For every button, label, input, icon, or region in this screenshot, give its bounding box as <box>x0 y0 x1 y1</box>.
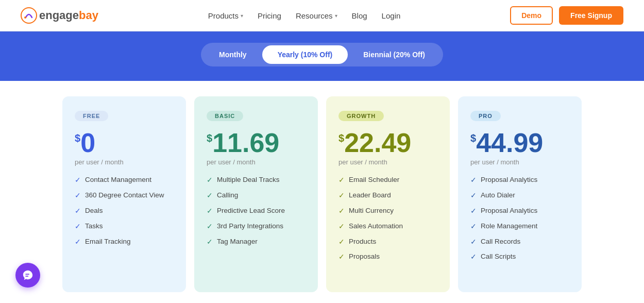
list-item: ✓Deals <box>75 206 174 216</box>
list-item: ✓Tag Manager <box>207 237 306 247</box>
list-item: ✓Email Tracking <box>75 237 174 247</box>
chevron-down-icon: ▾ <box>241 13 243 19</box>
main-nav: Products ▾ Pricing Resources ▾ Blog Logi… <box>208 11 401 20</box>
list-item: ✓3rd Party Integrations <box>207 222 306 232</box>
check-icon: ✓ <box>470 207 477 216</box>
price-amount-basic: 11.69 <box>212 129 279 156</box>
logo-icon <box>21 7 37 24</box>
feature-list-growth: ✓Email Scheduler ✓Leader Board ✓Multi Cu… <box>338 175 437 262</box>
price-period-free: per user / month <box>75 158 174 166</box>
price-period-growth: per user / month <box>338 158 437 166</box>
price-growth: $ 22.49 <box>338 129 437 156</box>
chevron-down-icon: ▾ <box>335 13 337 19</box>
price-period-basic: per user / month <box>207 158 306 166</box>
list-item: ✓360 Degree Contact View <box>75 191 174 201</box>
check-icon: ✓ <box>338 207 345 216</box>
nav-login[interactable]: Login <box>382 11 401 20</box>
nav-pricing[interactable]: Pricing <box>258 11 281 20</box>
header: engagebay Products ▾ Pricing Resources ▾… <box>0 0 644 31</box>
list-item: ✓Call Scripts <box>470 252 569 262</box>
plan-badge-free: FREE <box>75 111 108 121</box>
plan-badge-pro: PRO <box>470 111 501 121</box>
plan-card-free: FREE $ 0 per user / month ✓Contact Manag… <box>62 96 186 292</box>
price-symbol-growth: $ <box>338 132 344 144</box>
check-icon: ✓ <box>207 222 213 232</box>
pricing-section: FREE $ 0 per user / month ✓Contact Manag… <box>0 81 644 302</box>
billing-bar: Monthly Yearly (10% Off) Biennial (20% O… <box>0 31 644 81</box>
check-icon: ✓ <box>470 191 477 201</box>
check-icon: ✓ <box>207 207 213 216</box>
plan-card-basic: BASIC $ 11.69 per user / month ✓Multiple… <box>194 96 318 292</box>
nav-blog[interactable]: Blog <box>352 11 367 20</box>
check-icon: ✓ <box>207 238 213 247</box>
logo-bay-text: bay <box>79 9 98 22</box>
list-item: ✓Proposal Analytics <box>470 175 569 186</box>
check-icon: ✓ <box>338 222 345 232</box>
check-icon: ✓ <box>75 207 81 216</box>
logo[interactable]: engagebay <box>21 7 98 24</box>
toggle-monthly[interactable]: Monthly <box>204 45 262 64</box>
list-item: ✓Tasks <box>75 222 174 232</box>
list-item: ✓Email Scheduler <box>338 175 437 186</box>
svg-point-1 <box>24 16 26 19</box>
billing-toggle: Monthly Yearly (10% Off) Biennial (20% O… <box>201 43 443 66</box>
price-basic: $ 11.69 <box>207 129 306 156</box>
check-icon: ✓ <box>470 222 477 232</box>
plan-card-pro: PRO $ 44.99 per user / month ✓Proposal A… <box>458 96 582 292</box>
price-symbol-basic: $ <box>207 132 212 144</box>
header-actions: Demo Free Signup <box>510 6 623 25</box>
list-item: ✓Calling <box>207 191 306 201</box>
check-icon: ✓ <box>75 176 81 186</box>
check-icon: ✓ <box>338 176 345 186</box>
list-item: ✓Sales Automation <box>338 222 437 232</box>
list-item: ✓Contact Management <box>75 175 174 186</box>
check-icon: ✓ <box>207 176 213 186</box>
price-pro: $ 44.99 <box>470 129 569 156</box>
chat-icon <box>22 270 33 281</box>
nav-resources[interactable]: Resources ▾ <box>296 11 337 20</box>
price-symbol-pro: $ <box>470 132 476 144</box>
check-icon: ✓ <box>75 222 81 232</box>
free-signup-button[interactable]: Free Signup <box>559 6 623 25</box>
price-symbol-free: $ <box>75 132 80 144</box>
svg-point-0 <box>21 8 37 23</box>
list-item: ✓Role Management <box>470 222 569 232</box>
plan-badge-basic: BASIC <box>207 111 243 121</box>
price-amount-pro: 44.99 <box>476 129 543 156</box>
check-icon: ✓ <box>338 238 345 247</box>
list-item: ✓Multiple Deal Tracks <box>207 175 306 186</box>
check-icon: ✓ <box>338 252 345 262</box>
price-amount-growth: 22.49 <box>344 129 411 156</box>
list-item: ✓Call Records <box>470 237 569 247</box>
demo-button[interactable]: Demo <box>510 6 553 25</box>
check-icon: ✓ <box>470 252 477 262</box>
feature-list-free: ✓Contact Management ✓360 Degree Contact … <box>75 175 174 247</box>
check-icon: ✓ <box>75 238 81 247</box>
check-icon: ✓ <box>207 191 213 201</box>
feature-list-pro: ✓Proposal Analytics ✓Auto Dialer ✓Propos… <box>470 175 569 262</box>
check-icon: ✓ <box>470 176 477 186</box>
plan-badge-growth: GROWTH <box>338 111 384 121</box>
check-icon: ✓ <box>338 191 345 201</box>
price-free: $ 0 <box>75 129 174 156</box>
logo-engage-text: engage <box>39 9 79 22</box>
check-icon: ✓ <box>75 191 81 201</box>
nav-products[interactable]: Products ▾ <box>208 11 243 20</box>
list-item: ✓Proposal Analytics <box>470 206 569 216</box>
check-icon: ✓ <box>470 238 477 247</box>
feature-list-basic: ✓Multiple Deal Tracks ✓Calling ✓Predicti… <box>207 175 306 247</box>
list-item: ✓Proposals <box>338 252 437 262</box>
list-item: ✓Auto Dialer <box>470 191 569 201</box>
price-amount-free: 0 <box>80 129 95 156</box>
chat-bubble[interactable] <box>15 263 40 288</box>
list-item: ✓Multi Currency <box>338 206 437 216</box>
toggle-yearly[interactable]: Yearly (10% Off) <box>262 45 348 64</box>
list-item: ✓Leader Board <box>338 191 437 201</box>
price-period-pro: per user / month <box>470 158 569 166</box>
toggle-biennial[interactable]: Biennial (20% Off) <box>348 45 440 64</box>
plan-card-growth: GROWTH $ 22.49 per user / month ✓Email S… <box>326 96 450 292</box>
list-item: ✓Predictive Lead Score <box>207 206 306 216</box>
list-item: ✓Products <box>338 237 437 247</box>
